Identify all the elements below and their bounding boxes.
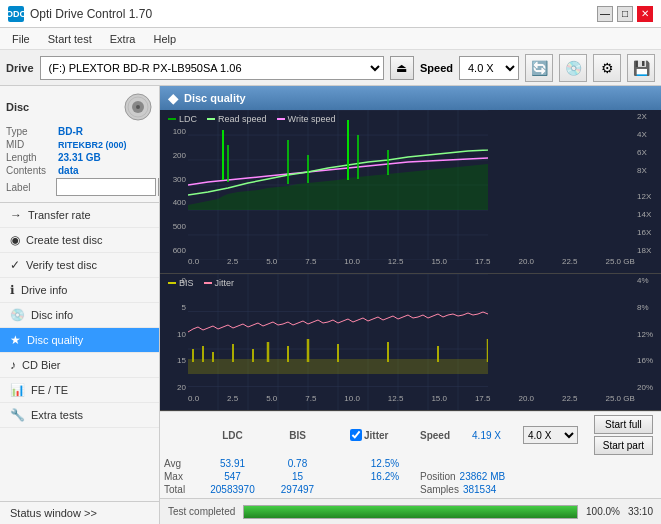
y-label-500: 500 [160, 222, 186, 231]
avg-ldc: 53.91 [220, 458, 245, 469]
maximize-button[interactable]: □ [617, 6, 633, 22]
minimize-button[interactable]: — [597, 6, 613, 22]
y-right-12x: 12X [637, 192, 661, 201]
menu-file[interactable]: File [4, 31, 38, 47]
x-label-17.5: 17.5 [475, 257, 491, 273]
x-label-0: 0.0 [188, 257, 199, 273]
menu-help[interactable]: Help [145, 31, 184, 47]
chart1-container: LDC Read speed Write speed 600 [160, 110, 661, 274]
disc-panel-header: Disc [6, 92, 153, 122]
sidebar-item-disc-info[interactable]: 💿 Disc info [0, 303, 159, 328]
y-label-300: 300 [160, 175, 186, 184]
start-part-button[interactable]: Start part [594, 436, 653, 455]
menu-extra[interactable]: Extra [102, 31, 144, 47]
refresh-button[interactable]: 🔄 [525, 54, 553, 82]
eject-button[interactable]: ⏏ [390, 56, 414, 80]
status-window-button[interactable]: Status window >> [0, 501, 159, 524]
chart1-y-left: 600 500 400 300 200 100 [160, 110, 188, 257]
stats-section: LDC BIS Jitter Speed 4.19 X 4.0 X [160, 411, 661, 498]
save-button[interactable]: 💾 [627, 54, 655, 82]
y2-15: 15 [160, 356, 186, 365]
cd-bier-label: CD Bier [22, 359, 61, 371]
x-label-10: 10.0 [344, 257, 360, 273]
contents-value: data [58, 165, 79, 176]
settings-button[interactable]: ⚙ [593, 54, 621, 82]
fe-te-label: FE / TE [31, 384, 68, 396]
jitter-checkbox[interactable] [350, 429, 362, 441]
y2-right-16: 16% [637, 356, 661, 365]
disc-quality-label: Disc quality [27, 334, 83, 346]
chart1-svg [188, 110, 488, 260]
x2-label-22.5: 22.5 [562, 394, 578, 410]
disc-button[interactable]: 💿 [559, 54, 587, 82]
sidebar-item-fe-te[interactable]: 📊 FE / TE [0, 378, 159, 403]
chart2-x-axis: 0.0 2.5 5.0 7.5 10.0 12.5 15.0 17.5 20.0… [188, 394, 635, 410]
speed-select[interactable]: 4.0 X 2.0 X 8.0 X [459, 56, 519, 80]
mid-value: RITEKBR2 (000) [58, 140, 127, 150]
content-area: Disc Type BD-R MID RITEKBR2 (000) [0, 86, 661, 524]
write-speed-legend-label: Write speed [288, 114, 336, 124]
type-value: BD-R [58, 126, 83, 137]
speed-dropdown[interactable]: 4.0 X 2.0 X 8.0 X [523, 426, 578, 444]
sidebar-item-extra-tests[interactable]: 🔧 Extra tests [0, 403, 159, 428]
legend-write-speed: Write speed [277, 114, 336, 124]
chart2-y-left: 20 15 10 5 0 [160, 274, 188, 394]
chart2-container: BIS Jitter 20 15 10 5 0 [160, 274, 661, 411]
sidebar-item-disc-quality[interactable]: ★ Disc quality [0, 328, 159, 353]
bis-legend-label: BIS [179, 278, 194, 288]
legend-read-speed: Read speed [207, 114, 267, 124]
length-value: 23.31 GB [58, 152, 101, 163]
speed-header: Speed [420, 430, 450, 441]
create-icon: ◉ [10, 233, 20, 247]
y-right-6x: 6X [637, 148, 661, 157]
sidebar-item-cd-bier[interactable]: ♪ CD Bier [0, 353, 159, 378]
start-full-button[interactable]: Start full [594, 415, 653, 434]
disc-info-icon: 💿 [10, 308, 25, 322]
sidebar: Disc Type BD-R MID RITEKBR2 (000) [0, 86, 160, 524]
sidebar-item-create-test-disc[interactable]: ◉ Create test disc [0, 228, 159, 253]
main-panel: ◆ Disc quality LDC Read speed [160, 86, 661, 524]
disc-label-label: Label [6, 182, 54, 193]
y-label-600: 600 [160, 246, 186, 255]
y2-10: 10 [160, 330, 186, 339]
cd-bier-icon: ♪ [10, 358, 16, 372]
avg-jitter: 12.5% [371, 458, 399, 469]
label-input[interactable] [56, 178, 156, 196]
nav-menu: → Transfer rate ◉ Create test disc ✓ Ver… [0, 203, 159, 501]
progress-text: 100.0% [586, 506, 620, 517]
menu-start-test[interactable]: Start test [40, 31, 100, 47]
svg-point-2 [136, 105, 140, 109]
y-right-16x: 16X [637, 228, 661, 237]
x2-label-2.5: 2.5 [227, 394, 238, 410]
sidebar-item-drive-info[interactable]: ℹ Drive info [0, 278, 159, 303]
mid-label: MID [6, 139, 54, 150]
drive-select[interactable]: (F:) PLEXTOR BD-R PX-LB950SA 1.06 [40, 56, 384, 80]
y-label-400: 400 [160, 198, 186, 207]
jitter-header: Jitter [364, 430, 388, 441]
samples-value: 381534 [463, 484, 496, 495]
panel-header-title: Disc quality [184, 92, 246, 104]
x2-label-25: 25.0 GB [606, 394, 635, 410]
legend-jitter: Jitter [204, 278, 235, 288]
app-title: Opti Drive Control 1.70 [30, 7, 152, 21]
sidebar-item-verify-test-disc[interactable]: ✓ Verify test disc [0, 253, 159, 278]
titlebar-left: ODC Opti Drive Control 1.70 [8, 6, 152, 22]
max-bis: 15 [292, 471, 303, 482]
drive-toolbar: Drive (F:) PLEXTOR BD-R PX-LB950SA 1.06 … [0, 50, 661, 86]
status-window-label: Status window >> [10, 507, 97, 519]
sidebar-item-transfer-rate[interactable]: → Transfer rate [0, 203, 159, 228]
ldc-color-indicator [168, 118, 176, 120]
progress-bar-container [243, 505, 578, 519]
drive-info-icon: ℹ [10, 283, 15, 297]
samples-label: Samples [420, 484, 459, 495]
max-label: Max [164, 471, 183, 482]
chart1-legend: LDC Read speed Write speed [168, 114, 335, 124]
y2-right-4: 4% [637, 276, 661, 285]
close-button[interactable]: ✕ [637, 6, 653, 22]
x2-label-0: 0.0 [188, 394, 199, 410]
y-label-100: 100 [160, 127, 186, 136]
x-label-7.5: 7.5 [305, 257, 316, 273]
ldc-legend-label: LDC [179, 114, 197, 124]
y2-5: 5 [160, 303, 186, 312]
chart1-y-right: 18X 16X 14X 12X 8X 6X 4X 2X [635, 110, 661, 257]
